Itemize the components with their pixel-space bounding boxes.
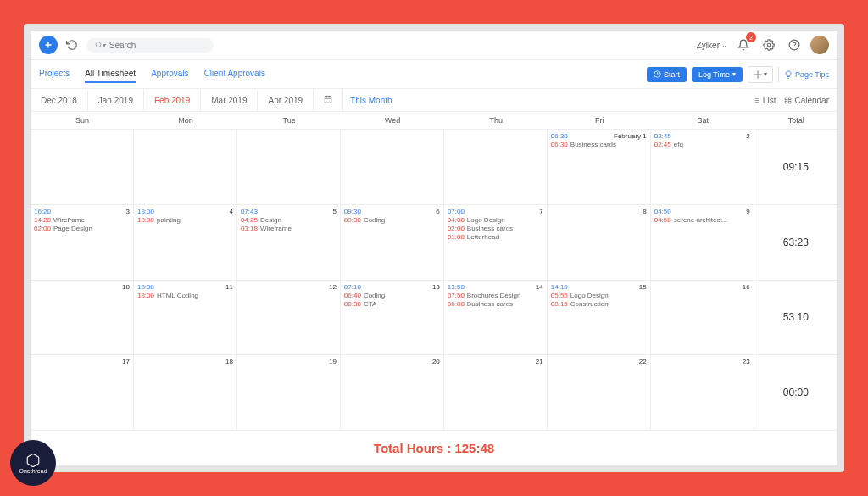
nav-tab[interactable]: All Timesheet [85,65,136,83]
page-tips-link[interactable]: Page Tips [784,70,829,79]
timesheet-entry[interactable]: 01:00Letterhead [448,233,543,241]
list-view-toggle[interactable]: List [753,96,776,105]
calendar-cell[interactable]: 18:001118:00HTML Coding [134,281,237,355]
datepicker-button[interactable] [314,89,343,111]
calendar-row: 1018:001118:00HTML Coding1207:101306:40C… [31,281,837,356]
calendar-cell[interactable]: 18 [134,355,237,430]
timesheet-entry[interactable]: 08:15Construction [551,300,647,308]
search-input[interactable]: ▾ [86,38,214,53]
start-label: Start [664,70,680,79]
calendar-cell[interactable] [237,130,341,204]
cell-time: 07:00 [448,208,465,215]
cell-date: 16 [743,283,750,291]
nav-tab[interactable]: Projects [39,65,70,83]
calendar-cell[interactable]: 10 [31,281,134,355]
timesheet-entry[interactable]: 04:00Logo Design [448,216,543,224]
timesheet-entry[interactable]: 04:25Design [241,216,337,224]
timesheet-entry[interactable]: 03:18Wireframe [241,225,337,232]
notifications-button[interactable]: 2 [734,36,753,54]
calendar-cell[interactable]: 13:501407:50Brochures Design06:00Busines… [444,281,548,355]
calendar-view-toggle[interactable]: Calendar [784,96,829,105]
calendar-cell[interactable]: 14:101505:55Logo Design08:15Construction [548,281,651,355]
day-header: Total [754,112,837,129]
nav-tab[interactable]: Approvals [151,65,188,83]
log-time-button[interactable]: Log Time ▾ [692,67,743,82]
timesheet-entry[interactable]: 00:30CTA [344,300,440,308]
timesheet-entry[interactable]: 02:00Business cards [448,225,543,232]
timesheet-entry[interactable]: 14:20Wireframe [34,216,130,224]
svg-rect-16 [786,98,788,100]
calendar-cell[interactable]: 23 [651,355,754,430]
cell-date: 20 [432,358,440,365]
timesheet-entry[interactable]: 07:50Brochures Design [448,292,543,299]
start-button[interactable]: Start [647,67,687,82]
month-tab[interactable]: Dec 2018 [31,90,88,111]
calendar-cell[interactable] [31,130,134,204]
day-header: Sun [31,112,134,129]
calendar-cell[interactable]: 8 [548,205,651,280]
avatar[interactable] [810,36,829,54]
cell-time: 02:45 [654,132,671,140]
brand-label: Onethread [19,468,47,474]
month-tab[interactable]: Apr 2019 [258,90,314,111]
calendar-cell[interactable]: 17 [31,355,134,430]
cell-date: 7 [539,208,542,215]
grid-icon [784,97,792,104]
timesheet-entry[interactable]: 18:00painting [137,216,233,224]
calendar-cell[interactable]: 02:45202:45efg [651,130,754,204]
calendar-cell[interactable]: 22 [548,355,651,430]
month-tab[interactable]: Jan 2019 [88,90,144,111]
month-tab[interactable]: Feb 2019 [144,90,201,111]
timesheet-entry[interactable]: 02:45efg [654,141,750,148]
monthbar: Dec 2018Jan 2019Feb 2019Mar 2019Apr 2019… [31,89,837,112]
calendar-cell[interactable]: 09:30609:30Coding [341,205,444,280]
calendar-cell[interactable]: 07:43504:25Design03:18Wireframe [237,205,341,280]
company-selector[interactable]: Zylker ⌄ [697,41,727,50]
history-icon[interactable] [63,36,81,54]
cell-date: 14 [536,283,543,291]
calendar-cell[interactable]: 16:20314:20Wireframe02:00Page Design [31,205,134,280]
chevron-down-icon: ⌄ [721,42,727,49]
calendar-header: SunMonTueWedThuFriSatTotal [31,112,837,130]
timesheet-entry[interactable]: 02:00Page Design [34,225,130,232]
calendar-row: 1718192021222300:00 [31,355,837,431]
nav-tab[interactable]: Client Approvals [204,65,265,83]
calendar-cell[interactable]: 16 [651,281,754,355]
search-field[interactable] [109,41,205,50]
timesheet-entry[interactable]: 06:40Coding [344,292,440,299]
log-time-label: Log Time [698,70,730,79]
add-button[interactable] [39,36,58,54]
calendar-cell[interactable]: 06:30February 106:30Business cards [548,130,651,204]
cell-time: 07:43 [241,208,258,215]
month-tab[interactable]: Mar 2019 [201,90,258,111]
row-total: 53:10 [754,281,837,355]
settings-button[interactable] [760,36,778,54]
calendar-cell[interactable]: 19 [237,355,341,430]
calendar-cell[interactable]: 12 [237,281,341,355]
calendar-cell[interactable] [134,130,237,204]
timesheet-entry[interactable]: 05:55Logo Design [551,292,647,299]
calendar-cell[interactable]: 04:50904:50serene architect... [651,205,754,280]
calendar-cell[interactable] [444,130,548,204]
gear-dropdown[interactable]: ▾ [748,66,773,83]
timesheet-entry[interactable]: 18:00HTML Coding [137,292,233,299]
timesheet-entry[interactable]: 06:30Business cards [551,141,647,148]
svg-point-8 [757,73,760,75]
page-tips-label: Page Tips [795,70,829,79]
timesheet-entry[interactable]: 04:50serene architect... [654,216,750,224]
calendar-cell[interactable]: 21 [444,355,548,430]
help-button[interactable] [785,36,804,54]
calendar-icon [324,95,332,103]
calendar-cell[interactable]: 07:00704:00Logo Design02:00Business card… [444,205,548,280]
calendar-cell[interactable]: 07:101306:40Coding00:30CTA [341,281,444,355]
calendar-cell[interactable] [341,130,444,204]
cell-date: 6 [436,208,439,215]
cell-date: 21 [536,358,543,365]
cell-date: 2 [746,132,749,140]
calendar-cell[interactable]: 18:00418:00painting [134,205,237,280]
timesheet-entry[interactable]: 09:30Coding [344,216,440,224]
calendar-cell[interactable]: 20 [341,355,444,430]
row-total: 00:00 [754,355,837,430]
timesheet-entry[interactable]: 06:00Business cards [448,300,543,308]
this-month-link[interactable]: This Month [350,96,392,105]
